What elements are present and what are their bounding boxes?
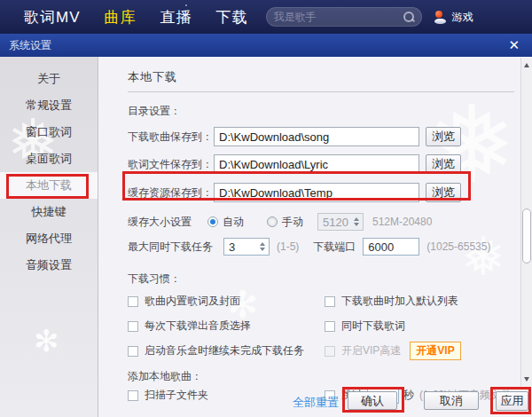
scan-subfolder-label[interactable]: 扫描子文件夹 xyxy=(145,388,208,403)
search-icon[interactable] xyxy=(403,12,414,22)
sidebar-item-window-lyrics[interactable]: 窗口歌词 xyxy=(0,119,98,146)
sidebar-item-network-proxy[interactable]: 网络代理 xyxy=(0,225,98,252)
port-label: 下载端口 xyxy=(313,240,356,255)
checkbox-scan-subfolder[interactable] xyxy=(128,390,138,401)
settings-dialog-body: ❅ ✻ 关于 常规设置 窗口歌词 桌面歌词 本地下载 快捷键 网络代理 音频设置… xyxy=(0,57,532,417)
checkbox-vip-speed xyxy=(325,346,335,357)
song-path-browse-button[interactable]: 浏览 xyxy=(426,127,461,146)
lyric-path-input[interactable] xyxy=(214,154,419,174)
vip-speed-label: 开启VIP高速 xyxy=(341,343,401,358)
scrollbar-thumb[interactable] xyxy=(522,208,531,264)
scrollbar-up-icon[interactable] xyxy=(521,59,532,70)
nav-lyrics-mv[interactable]: 歌词MV xyxy=(24,7,81,28)
quality-prompt-label[interactable]: 每次下载弹出音质选择 xyxy=(145,319,251,334)
cache-manual-label[interactable]: 手动 xyxy=(282,215,303,230)
song-path-label: 下载歌曲保存到： xyxy=(128,130,214,145)
cache-size-hint: 512M-20480 xyxy=(372,216,432,228)
checkbox-embed-lyric-cover[interactable] xyxy=(128,296,138,307)
habits-row-1: 歌曲内置歌词及封面 下载歌曲时加入默认列表 xyxy=(128,293,532,310)
add-to-default-list-label[interactable]: 下载歌曲时加入默认列表 xyxy=(341,294,458,309)
skip-unit-label: 秒 xyxy=(403,388,414,403)
sidebar-item-desktop-lyrics[interactable]: 桌面歌词 xyxy=(0,146,98,172)
top-navbar: 歌词MV 曲库 直播 下载 游戏 xyxy=(0,0,532,34)
settings-dialog-titlebar: 系统设置 ✕ xyxy=(0,34,532,57)
scrollbar-down-icon[interactable] xyxy=(521,374,532,384)
checkbox-quality-prompt[interactable] xyxy=(128,321,138,332)
scrollbar[interactable] xyxy=(520,58,532,386)
resume-unfinished-label[interactable]: 启动音乐盒时继续未完成下载任务 xyxy=(145,343,304,358)
game-label: 游戏 xyxy=(452,10,473,25)
cache-size-stepper: 5120 xyxy=(317,213,364,231)
lyric-path-label: 歌词文件保存到： xyxy=(128,157,214,172)
sidebar-item-about[interactable]: 关于 xyxy=(0,66,98,92)
apply-button[interactable]: 应用 xyxy=(496,391,528,411)
panel-heading-rule: 本地下载 xyxy=(128,68,514,92)
habits-row-3: 启动音乐盒时继续未完成下载任务 开启VIP高速 开通VIP xyxy=(128,342,532,359)
cache-path-input[interactable] xyxy=(214,183,419,202)
game-icon xyxy=(434,11,448,24)
cache-manual-radio[interactable] xyxy=(267,216,278,227)
settings-sidebar: ❅ ✻ 关于 常规设置 窗口歌词 桌面歌词 本地下载 快捷键 网络代理 音频设置 xyxy=(0,57,98,417)
nav-download[interactable]: 下载 xyxy=(216,7,248,28)
app-window: 歌词MV 曲库 直播 下载 游戏 系统设置 ✕ ❅ ✻ 关于 常规设置 窗口歌词… xyxy=(0,0,532,417)
checkbox-resume-unfinished[interactable] xyxy=(128,346,138,357)
nav-live[interactable]: 直播 xyxy=(160,7,192,28)
cache-size-value: 5120 xyxy=(318,214,350,230)
max-tasks-stepper[interactable]: 3 xyxy=(223,238,270,256)
stepper-up-icon xyxy=(354,217,359,221)
max-tasks-stepper-arrows[interactable] xyxy=(256,239,269,255)
port-input[interactable] xyxy=(363,238,419,256)
nav-music-library[interactable]: 曲库 xyxy=(105,7,137,28)
settings-main-panel: ❅ ❅ ✻ 本地下载 目录设置： 下载歌曲保存到： 浏览 歌词文件保存到： 浏览 xyxy=(98,57,532,417)
download-lyric-too-label[interactable]: 同时下载歌词 xyxy=(341,319,405,334)
port-hint: (1025-65535) xyxy=(426,240,490,253)
max-tasks-hint: (1-5) xyxy=(277,240,299,253)
lyric-path-browse-button[interactable]: 浏览 xyxy=(426,154,461,174)
game-entry[interactable]: 游戏 xyxy=(434,10,473,25)
embed-lyric-cover-label[interactable]: 歌曲内置歌词及封面 xyxy=(145,294,240,309)
cancel-button[interactable]: 取消 xyxy=(424,391,479,410)
checkbox-download-lyric-too[interactable] xyxy=(325,321,335,332)
dialog-title: 系统设置 xyxy=(9,38,51,53)
max-tasks-value: 3 xyxy=(224,239,256,255)
stepper-down-icon[interactable] xyxy=(260,248,265,251)
sidebar-item-audio-settings[interactable]: 音频设置 xyxy=(0,252,98,279)
snowflake-decoration: ✻ xyxy=(34,323,59,358)
cache-auto-radio[interactable] xyxy=(207,216,218,227)
stepper-down-icon xyxy=(354,223,359,226)
cache-path-browse-button[interactable]: 浏览 xyxy=(426,183,461,202)
max-tasks-label: 最大同时下载任务 xyxy=(128,240,223,255)
cache-path-label: 缓存资源保存到： xyxy=(128,185,214,201)
stepper-up-icon[interactable] xyxy=(260,242,265,246)
confirm-button[interactable]: 确认 xyxy=(348,391,397,410)
download-song-path-row: 下载歌曲保存到： 浏览 xyxy=(128,127,532,146)
panel-title: 本地下载 xyxy=(128,70,177,83)
song-path-input[interactable] xyxy=(214,127,419,146)
directory-section-label: 目录设置： xyxy=(128,104,532,119)
sidebar-item-hotkeys[interactable]: 快捷键 xyxy=(0,199,98,225)
sidebar-item-local-download[interactable]: 本地下载 xyxy=(0,172,98,199)
cache-auto-label[interactable]: 自动 xyxy=(223,215,244,230)
cache-path-row: 缓存资源保存到： 浏览 xyxy=(128,183,532,202)
cache-size-row: 缓存大小设置 自动 手动 5120 512M-20480 xyxy=(128,213,532,231)
reset-all-link[interactable]: 全部重置 xyxy=(293,395,339,411)
max-tasks-row: 最大同时下载任务 3 (1-5) 下载端口 (1025-65535) xyxy=(128,238,532,256)
sidebar-item-general[interactable]: 常规设置 xyxy=(0,92,98,119)
habits-row-2: 每次下载弹出音质选择 同时下载歌词 xyxy=(128,318,532,334)
search-input[interactable] xyxy=(274,11,403,23)
search-box[interactable] xyxy=(266,7,422,27)
cache-size-stepper-arrows xyxy=(350,214,363,230)
habits-section-label: 下载习惯： xyxy=(128,271,532,287)
local-songs-section-label: 添加本地歌曲： xyxy=(128,369,532,384)
open-vip-button[interactable]: 开通VIP xyxy=(410,342,460,360)
checkbox-add-to-default-list[interactable] xyxy=(325,296,335,307)
close-icon[interactable]: ✕ xyxy=(505,37,523,53)
lyric-path-row: 歌词文件保存到： 浏览 xyxy=(128,154,532,174)
cache-size-label: 缓存大小设置 xyxy=(128,215,207,230)
